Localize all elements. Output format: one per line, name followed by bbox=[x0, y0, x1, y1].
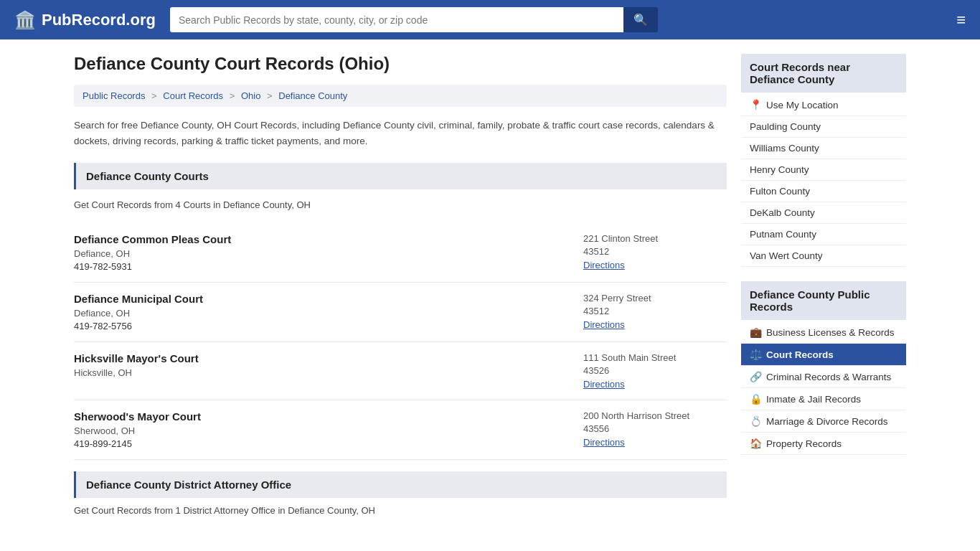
page-title: Defiance County Court Records (Ohio) bbox=[74, 54, 727, 74]
nearby-courts-title: Court Records near Defiance County bbox=[741, 54, 906, 93]
nearby-county-1[interactable]: Williams County bbox=[741, 138, 906, 159]
record-icon-1: ⚖️ bbox=[750, 349, 762, 360]
da-section-note: Get Court Records from 1 District Attorn… bbox=[74, 505, 727, 516]
public-record-item-0[interactable]: 💼 Business Licenses & Records bbox=[741, 321, 906, 344]
court-left-2: Hicksville Mayor's Court Hicksville, OH bbox=[74, 352, 199, 390]
court-zip: 43556 bbox=[583, 423, 727, 434]
nearby-county-0[interactable]: Paulding County bbox=[741, 116, 906, 138]
page-description: Search for free Defiance County, OH Cour… bbox=[74, 118, 727, 149]
court-entry: Defiance Municipal Court Defiance, OH 41… bbox=[74, 283, 727, 342]
court-zip: 43526 bbox=[583, 365, 727, 376]
record-icon-5: 🏠 bbox=[750, 438, 762, 449]
directions-link[interactable]: Directions bbox=[583, 379, 625, 390]
breadcrumb-sep-3: > bbox=[267, 90, 275, 101]
public-records-list: 💼 Business Licenses & Records⚖️ Court Re… bbox=[741, 321, 906, 455]
sidebar: Court Records near Defiance County 📍 Use… bbox=[741, 54, 906, 516]
court-address: 200 North Harrison Street bbox=[583, 410, 727, 421]
location-icon: 📍 bbox=[750, 99, 762, 110]
nearby-county-4[interactable]: DeKalb County bbox=[741, 202, 906, 224]
court-city: Hicksville, OH bbox=[74, 367, 199, 378]
breadcrumb-ohio[interactable]: Ohio bbox=[241, 90, 260, 101]
court-city: Defiance, OH bbox=[74, 248, 231, 259]
content-area: Defiance County Court Records (Ohio) Pub… bbox=[74, 54, 727, 516]
directions-link[interactable]: Directions bbox=[583, 319, 625, 330]
court-city: Sherwood, OH bbox=[74, 425, 201, 436]
court-right-1: 324 Perry Street 43512 Directions bbox=[583, 293, 727, 331]
logo-text: PubRecord.org bbox=[42, 11, 156, 29]
directions-link[interactable]: Directions bbox=[583, 437, 625, 448]
court-right-3: 200 North Harrison Street 43556 Directio… bbox=[583, 410, 727, 449]
court-right-0: 221 Clinton Street 43512 Directions bbox=[583, 233, 727, 272]
record-icon-3: 🔒 bbox=[750, 393, 762, 405]
search-button[interactable]: 🔍 bbox=[623, 7, 658, 32]
menu-icon: ≡ bbox=[956, 11, 966, 29]
da-section-header: Defiance County District Attorney Office bbox=[74, 471, 727, 498]
court-left-1: Defiance Municipal Court Defiance, OH 41… bbox=[74, 293, 203, 331]
breadcrumb-defiance-county[interactable]: Defiance County bbox=[278, 90, 347, 101]
courts-list: Defiance Common Pleas Court Defiance, OH… bbox=[74, 223, 727, 460]
record-label-2: Criminal Records & Warrants bbox=[766, 372, 891, 382]
court-phone: 419-782-5756 bbox=[74, 321, 203, 331]
record-label-1: Court Records bbox=[766, 349, 834, 360]
search-area: 🔍 bbox=[170, 7, 658, 32]
public-record-item-1[interactable]: ⚖️ Court Records bbox=[741, 344, 906, 366]
nearby-county-6[interactable]: Van Wert County bbox=[741, 245, 906, 267]
court-zip: 43512 bbox=[583, 246, 727, 257]
court-entry: Hicksville Mayor's Court Hicksville, OH … bbox=[74, 342, 727, 400]
use-my-location[interactable]: 📍 Use My Location bbox=[741, 94, 906, 116]
directions-link[interactable]: Directions bbox=[583, 260, 625, 270]
court-zip: 43512 bbox=[583, 306, 727, 316]
record-icon-2: 🔗 bbox=[750, 371, 762, 382]
court-address: 111 South Main Street bbox=[583, 352, 727, 363]
record-label-3: Inmate & Jail Records bbox=[766, 394, 861, 405]
court-address: 221 Clinton Street bbox=[583, 233, 727, 244]
logo-icon: 🏛️ bbox=[14, 10, 36, 30]
record-label-0: Business Licenses & Records bbox=[766, 327, 895, 338]
court-city: Defiance, OH bbox=[74, 308, 203, 319]
da-section: Defiance County District Attorney Office… bbox=[74, 460, 727, 516]
court-phone: 419-899-2145 bbox=[74, 438, 201, 449]
public-record-item-2[interactable]: 🔗 Criminal Records & Warrants bbox=[741, 366, 906, 388]
court-right-2: 111 South Main Street 43526 Directions bbox=[583, 352, 727, 390]
courts-section-note: Get Court Records from 4 Courts in Defia… bbox=[74, 199, 727, 210]
court-left-3: Sherwood's Mayor Court Sherwood, OH 419-… bbox=[74, 410, 201, 449]
public-record-item-5[interactable]: 🏠 Property Records bbox=[741, 433, 906, 455]
nearby-counties-list: 📍 Use My LocationPaulding CountyWilliams… bbox=[741, 94, 906, 267]
public-record-item-4[interactable]: 💍 Marriage & Divorce Records bbox=[741, 410, 906, 433]
court-phone: 419-782-5931 bbox=[74, 261, 231, 272]
logo[interactable]: 🏛️ PubRecord.org bbox=[14, 10, 156, 30]
site-header: 🏛️ PubRecord.org 🔍 ≡ bbox=[0, 0, 980, 39]
search-icon: 🔍 bbox=[633, 14, 648, 26]
court-name: Sherwood's Mayor Court bbox=[74, 410, 201, 423]
breadcrumb-sep-2: > bbox=[230, 90, 237, 101]
breadcrumb: Public Records > Court Records > Ohio > … bbox=[74, 85, 727, 107]
record-icon-4: 💍 bbox=[750, 415, 762, 427]
court-left-0: Defiance Common Pleas Court Defiance, OH… bbox=[74, 233, 231, 272]
nearby-county-3[interactable]: Fulton County bbox=[741, 181, 906, 202]
court-entry: Defiance Common Pleas Court Defiance, OH… bbox=[74, 223, 727, 283]
nearby-county-2[interactable]: Henry County bbox=[741, 159, 906, 181]
courts-section-header: Defiance County Courts bbox=[74, 163, 727, 189]
menu-button[interactable]: ≡ bbox=[956, 11, 966, 29]
nearby-county-5[interactable]: Putnam County bbox=[741, 224, 906, 245]
court-name: Defiance Common Pleas Court bbox=[74, 233, 231, 245]
public-record-item-3[interactable]: 🔒 Inmate & Jail Records bbox=[741, 388, 906, 410]
use-location-label: Use My Location bbox=[766, 100, 839, 110]
court-entry: Sherwood's Mayor Court Sherwood, OH 419-… bbox=[74, 400, 727, 460]
public-records-title: Defiance County Public Records bbox=[741, 281, 906, 320]
court-name: Hicksville Mayor's Court bbox=[74, 352, 199, 364]
record-icon-0: 💼 bbox=[750, 326, 762, 338]
search-input[interactable] bbox=[170, 7, 623, 32]
breadcrumb-public-records[interactable]: Public Records bbox=[83, 90, 145, 101]
record-label-4: Marriage & Divorce Records bbox=[766, 416, 888, 427]
court-address: 324 Perry Street bbox=[583, 293, 727, 303]
breadcrumb-sep-1: > bbox=[151, 90, 159, 101]
breadcrumb-court-records[interactable]: Court Records bbox=[163, 90, 223, 101]
record-label-5: Property Records bbox=[766, 438, 842, 449]
court-name: Defiance Municipal Court bbox=[74, 293, 203, 305]
main-container: Defiance County Court Records (Ohio) Pub… bbox=[60, 39, 920, 530]
